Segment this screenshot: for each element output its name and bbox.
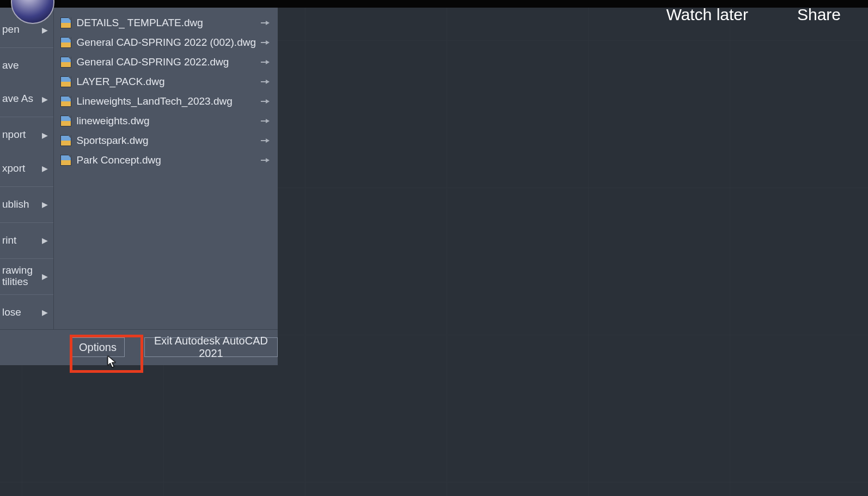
recent-file-name: LAYER_PACK.dwg bbox=[77, 76, 256, 88]
menu-item-label: ave As bbox=[2, 93, 33, 105]
menu-item-label: nport bbox=[2, 129, 26, 141]
dwg-file-icon bbox=[60, 17, 71, 28]
pin-icon[interactable] bbox=[260, 98, 270, 105]
recent-file-row[interactable]: LAYER_PACK.dwg bbox=[60, 72, 270, 92]
menu-item-label: rawing tilities bbox=[2, 265, 33, 288]
menu-separator bbox=[0, 222, 53, 223]
pin-icon[interactable] bbox=[260, 78, 270, 86]
dwg-file-icon bbox=[60, 76, 71, 87]
menu-separator bbox=[0, 294, 53, 295]
recent-file-row[interactable]: General CAD-SPRING 2022.dwg bbox=[60, 52, 270, 72]
watch-later-button[interactable]: Watch later bbox=[666, 5, 748, 24]
dwg-file-icon bbox=[60, 116, 71, 126]
recent-file-name: lineweights.dwg bbox=[77, 115, 256, 127]
recent-file-row[interactable]: lineweights.dwg bbox=[60, 111, 270, 131]
application-menu: pen▶aveave As▶nport▶xport▶ublish▶rint▶ra… bbox=[0, 8, 278, 365]
pin-icon[interactable] bbox=[260, 117, 270, 125]
exit-button[interactable]: Exit Autodesk AutoCAD 2021 bbox=[144, 337, 278, 357]
chevron-right-icon: ▶ bbox=[42, 236, 48, 245]
recent-file-name: Lineweights_LandTech_2023.dwg bbox=[77, 95, 256, 107]
chevron-right-icon: ▶ bbox=[42, 272, 48, 281]
recent-file-row[interactable]: DETAILS_ TEMPLATE.dwg bbox=[60, 13, 270, 33]
menu-item-4[interactable]: xport▶ bbox=[0, 152, 53, 185]
recent-file-name: Sportspark.dwg bbox=[77, 135, 256, 147]
menu-item-2[interactable]: ave As▶ bbox=[0, 82, 53, 116]
menu-item-label: rint bbox=[2, 235, 16, 246]
recent-file-row[interactable]: Sportspark.dwg bbox=[60, 131, 270, 150]
chevron-right-icon: ▶ bbox=[42, 164, 48, 173]
menu-item-1[interactable]: ave bbox=[0, 49, 53, 82]
app-menu-footer: Options Exit Autodesk AutoCAD 2021 bbox=[0, 329, 278, 365]
menu-item-8[interactable]: lose▶ bbox=[0, 296, 53, 329]
recent-file-name: General CAD-SPRING 2022 (002).dwg bbox=[77, 37, 256, 49]
app-menu-left-column: pen▶aveave As▶nport▶xport▶ublish▶rint▶ra… bbox=[0, 8, 53, 329]
chevron-right-icon: ▶ bbox=[42, 131, 48, 140]
chevron-right-icon: ▶ bbox=[42, 26, 48, 34]
pin-icon[interactable] bbox=[260, 19, 270, 27]
pin-icon[interactable] bbox=[260, 137, 270, 144]
share-button[interactable]: Share bbox=[797, 5, 841, 24]
menu-item-label: pen bbox=[2, 24, 20, 35]
menu-item-5[interactable]: ublish▶ bbox=[0, 188, 53, 221]
chevron-right-icon: ▶ bbox=[42, 200, 48, 209]
menu-item-label: ave bbox=[2, 60, 19, 71]
options-button[interactable]: Options bbox=[71, 337, 125, 357]
recent-file-name: DETAILS_ TEMPLATE.dwg bbox=[77, 17, 256, 29]
chevron-right-icon: ▶ bbox=[42, 308, 48, 317]
chevron-right-icon: ▶ bbox=[42, 95, 48, 104]
recent-file-row[interactable]: Park Concept.dwg bbox=[60, 150, 270, 170]
dwg-file-icon bbox=[60, 135, 71, 146]
dwg-file-icon bbox=[60, 155, 71, 166]
menu-item-label: xport bbox=[2, 163, 25, 174]
menu-item-6[interactable]: rint▶ bbox=[0, 224, 53, 257]
pin-icon[interactable] bbox=[260, 156, 270, 164]
recent-file-name: Park Concept.dwg bbox=[77, 154, 256, 166]
menu-item-3[interactable]: nport▶ bbox=[0, 118, 53, 152]
app-menu-recent-panel: DETAILS_ TEMPLATE.dwgGeneral CAD-SPRING … bbox=[53, 8, 278, 329]
menu-separator bbox=[0, 117, 53, 117]
recent-files-list: DETAILS_ TEMPLATE.dwgGeneral CAD-SPRING … bbox=[60, 13, 270, 326]
dwg-file-icon bbox=[60, 57, 71, 68]
menu-separator bbox=[0, 186, 53, 187]
menu-item-label: ublish bbox=[2, 199, 29, 210]
pin-icon[interactable] bbox=[260, 39, 270, 46]
menu-separator bbox=[0, 258, 53, 259]
menu-separator bbox=[0, 47, 53, 48]
dwg-file-icon bbox=[60, 37, 71, 48]
pin-icon[interactable] bbox=[260, 58, 270, 66]
recent-file-row[interactable]: Lineweights_LandTech_2023.dwg bbox=[60, 92, 270, 111]
menu-item-7[interactable]: rawing tilities▶ bbox=[0, 260, 53, 293]
menu-item-label: lose bbox=[2, 307, 21, 318]
dwg-file-icon bbox=[60, 96, 71, 107]
recent-file-row[interactable]: General CAD-SPRING 2022 (002).dwg bbox=[60, 33, 270, 52]
recent-file-name: General CAD-SPRING 2022.dwg bbox=[77, 56, 256, 68]
